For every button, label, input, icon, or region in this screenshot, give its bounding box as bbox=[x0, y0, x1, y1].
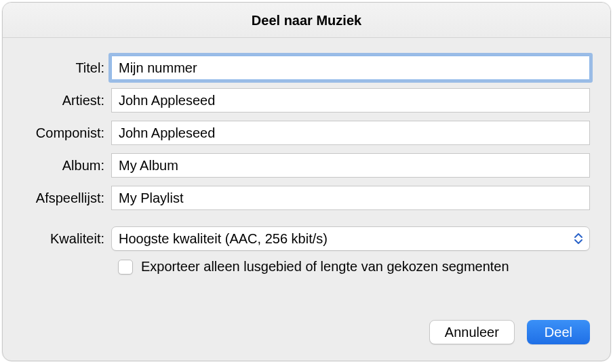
quality-row: Kwaliteit: Hoogste kwaliteit (AAC, 256 k… bbox=[23, 226, 590, 251]
share-to-music-dialog: Deel naar Muziek Titel: Artiest: Componi… bbox=[2, 2, 611, 361]
artist-row: Artiest: bbox=[23, 88, 590, 113]
cancel-button[interactable]: Annuleer bbox=[429, 320, 515, 344]
artist-input[interactable] bbox=[111, 88, 590, 113]
quality-select[interactable]: Hoogste kwaliteit (AAC, 256 kbit/s) bbox=[111, 226, 590, 251]
playlist-input[interactable] bbox=[111, 186, 590, 210]
playlist-label: Afspeellijst: bbox=[23, 190, 111, 206]
title-input[interactable] bbox=[111, 56, 590, 80]
quality-label: Kwaliteit: bbox=[23, 231, 111, 247]
album-row: Album: bbox=[23, 153, 590, 178]
quality-select-value: Hoogste kwaliteit (AAC, 256 kbit/s) bbox=[119, 231, 328, 247]
form-content: Titel: Artiest: Componist: Album: Afspee bbox=[3, 38, 610, 275]
updown-chevrons-icon bbox=[573, 232, 584, 245]
composer-row: Componist: bbox=[23, 121, 590, 145]
title-label: Titel: bbox=[23, 60, 111, 76]
export-cycle-label: Exporteer alleen lusgebied of lengte van… bbox=[141, 259, 509, 275]
composer-label: Componist: bbox=[23, 125, 111, 141]
album-input[interactable] bbox=[111, 153, 590, 178]
artist-label: Artiest: bbox=[23, 93, 111, 108]
composer-input[interactable] bbox=[111, 121, 590, 145]
album-label: Album: bbox=[23, 158, 111, 174]
export-cycle-row: Exporteer alleen lusgebied of lengte van… bbox=[23, 259, 590, 275]
share-button[interactable]: Deel bbox=[527, 320, 590, 344]
playlist-row: Afspeellijst: bbox=[23, 186, 590, 210]
dialog-footer: Annuleer Deel bbox=[429, 320, 590, 344]
export-cycle-checkbox[interactable] bbox=[118, 260, 133, 275]
title-row: Titel: bbox=[23, 56, 590, 80]
window-title: Deel naar Muziek bbox=[3, 3, 610, 38]
